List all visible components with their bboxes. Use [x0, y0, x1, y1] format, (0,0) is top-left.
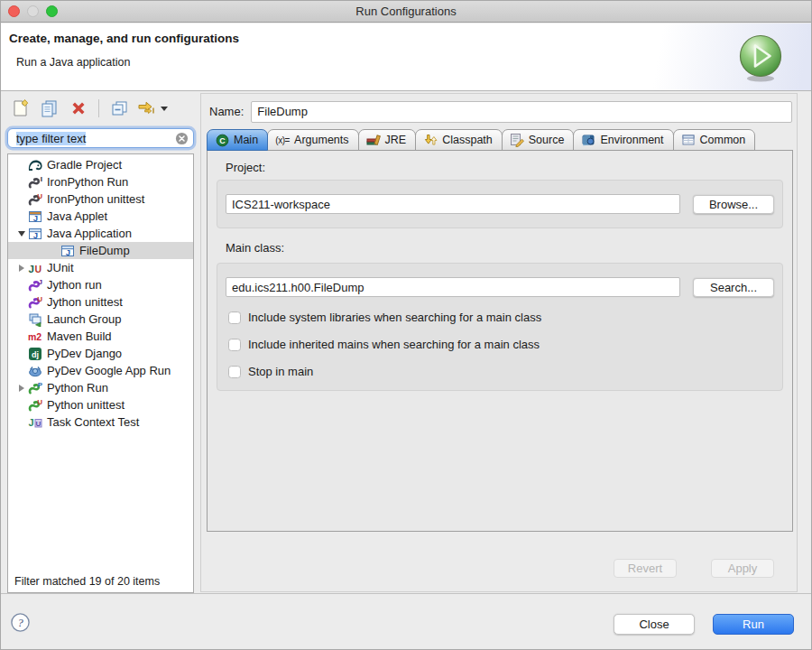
tree-item-label: Maven Build: [47, 330, 112, 343]
tree-item-pydev-google-app-run[interactable]: PyDev Google App Run: [8, 362, 193, 379]
tab-label: Source: [529, 134, 565, 146]
help-button[interactable]: ?: [10, 612, 31, 633]
maven-icon: m2: [28, 330, 42, 344]
source-tab-icon: [510, 133, 524, 147]
new-launch-configuration-button[interactable]: [9, 97, 32, 120]
tab-source[interactable]: Source: [502, 129, 575, 151]
java-applet-icon: J: [28, 209, 42, 224]
tab-label: Common: [700, 134, 746, 146]
project-input[interactable]: ICS211-workspace: [226, 194, 680, 214]
tab-main[interactable]: C Main: [207, 129, 268, 151]
python-run-icon: P: [28, 381, 42, 395]
collapse-all-button[interactable]: [107, 97, 131, 120]
dialog-footer: ? Close Run: [0, 593, 812, 650]
search-button[interactable]: Search...: [693, 278, 774, 297]
clear-filter-icon[interactable]: [175, 132, 189, 145]
java-application-icon: J: [28, 227, 42, 241]
svg-text:U: U: [36, 419, 42, 427]
main-tab-content: Project: ICS211-workspace Browse... Main…: [207, 150, 793, 532]
filter-input-text: type filter text: [13, 132, 175, 145]
run-button[interactable]: Run: [713, 614, 794, 635]
svg-text:dj: dj: [32, 349, 39, 358]
dialog-header: Create, manage, and run configurations R…: [0, 23, 812, 91]
close-window-icon[interactable]: [8, 5, 20, 17]
tree-item-maven-build[interactable]: m2 Maven Build: [8, 328, 193, 345]
zoom-window-icon[interactable]: [46, 5, 58, 17]
tree-item-label: Gradle Project: [47, 158, 122, 172]
tree-item-java-applet[interactable]: J Java Applet: [8, 208, 193, 225]
svg-text:U: U: [37, 398, 42, 406]
duplicate-launch-configuration-button[interactable]: [38, 97, 61, 120]
project-group: ICS211-workspace Browse...: [217, 180, 783, 228]
main-class-input[interactable]: edu.ics211.h00.FileDump: [226, 277, 680, 297]
tree-item-label: Task Context Test: [47, 415, 139, 429]
configuration-editor-panel: Name: FileDump C Main(x)=Arguments JRE C…: [200, 93, 798, 592]
main-class-group: edu.ics211.h00.FileDump Search... Includ…: [217, 263, 783, 391]
checkbox-unchecked[interactable]: [228, 366, 241, 378]
tree-item-label: Python Run: [47, 381, 108, 395]
tree-item-jython-run[interactable]: J Jython run: [8, 276, 193, 293]
jre-tab-icon: [366, 133, 381, 147]
tree-item-label: Java Application: [47, 227, 132, 240]
jython-unittest-icon: U: [28, 295, 42, 310]
name-input[interactable]: FileDump: [251, 101, 792, 123]
tree-item-label: IronPython Run: [47, 175, 128, 189]
name-label: Name:: [209, 105, 244, 118]
tab-common[interactable]: Common: [673, 129, 756, 151]
svg-text:J: J: [33, 229, 38, 239]
filter-input[interactable]: type filter text: [7, 128, 194, 148]
task-context-icon: J U: [28, 415, 42, 430]
tree-item-task-context-test[interactable]: J U Task Context Test: [8, 413, 193, 431]
tab-jre[interactable]: JRE: [358, 129, 417, 151]
toolbar-separator: [98, 99, 99, 117]
apply-button[interactable]: Apply: [711, 559, 774, 578]
tab-environment[interactable]: Environment: [573, 129, 673, 151]
svg-text:U: U: [37, 192, 42, 200]
tree-item-python-unittest[interactable]: U Python unittest: [8, 396, 193, 413]
environment-tab-icon: [581, 133, 595, 147]
expand-twisty-icon[interactable]: [15, 265, 28, 272]
common-tab-icon: [681, 133, 696, 147]
gae-icon: [28, 364, 42, 378]
tree-item-label: PyDev Django: [47, 347, 122, 360]
tree-item-label: Launch Group: [47, 312, 121, 326]
svg-text:J: J: [29, 263, 34, 274]
tab-label: Main: [234, 134, 258, 146]
tree-item-junit[interactable]: J U JUnit: [8, 259, 193, 276]
tree-item-ironpython-run[interactable]: I IronPython Run: [8, 173, 193, 190]
delete-launch-configuration-button[interactable]: [67, 97, 90, 120]
tree-item-jython-unittest[interactable]: U Jython unittest: [8, 293, 193, 311]
tree-item-launch-group[interactable]: Launch Group: [8, 311, 193, 328]
expand-twisty-icon[interactable]: [15, 385, 28, 392]
project-label: Project:: [226, 161, 783, 174]
configurations-toolbar: [9, 95, 169, 122]
tree-item-python-run[interactable]: P Python Run: [8, 379, 193, 396]
checkbox-unchecked[interactable]: [228, 311, 241, 324]
java-application-icon: J: [60, 244, 75, 258]
svg-text:?: ?: [17, 617, 23, 629]
tree-item-label: JUnit: [47, 261, 74, 274]
filter-launch-configurations-button[interactable]: [136, 97, 169, 120]
checkbox-unchecked[interactable]: [228, 339, 241, 351]
configurations-tree: Gradle Project I IronPython Run U IronPy…: [7, 153, 194, 593]
svg-text:U: U: [37, 295, 42, 303]
tab-classpath[interactable]: Classpath: [415, 129, 503, 151]
close-button[interactable]: Close: [614, 614, 695, 635]
checkbox-label: Stop in main: [248, 365, 313, 378]
header-title: Create, manage, and run configurations: [9, 32, 239, 45]
tree-item-java-application[interactable]: J Java Application: [8, 225, 193, 242]
svg-text:C: C: [219, 135, 226, 144]
dropdown-caret-icon[interactable]: [161, 107, 168, 111]
collapse-twisty-icon[interactable]: [15, 231, 28, 237]
filter-status: Filter matched 19 of 20 items: [14, 575, 160, 588]
tree-item-gradle-project[interactable]: Gradle Project: [8, 156, 193, 173]
tree-item-pydev-django[interactable]: dj PyDev Django: [8, 345, 193, 362]
minimize-window-icon[interactable]: [27, 5, 39, 17]
revert-button[interactable]: Revert: [614, 559, 677, 578]
tab-arguments[interactable]: (x)=Arguments: [267, 129, 358, 151]
tree-item-label: Java Applet: [47, 209, 107, 223]
tree-item-filedump[interactable]: J FileDump: [8, 242, 193, 259]
ironpython-run-icon: I: [28, 175, 42, 190]
tree-item-ironpython-unittest[interactable]: U IronPython unittest: [8, 190, 193, 208]
browse-button[interactable]: Browse...: [693, 195, 774, 214]
